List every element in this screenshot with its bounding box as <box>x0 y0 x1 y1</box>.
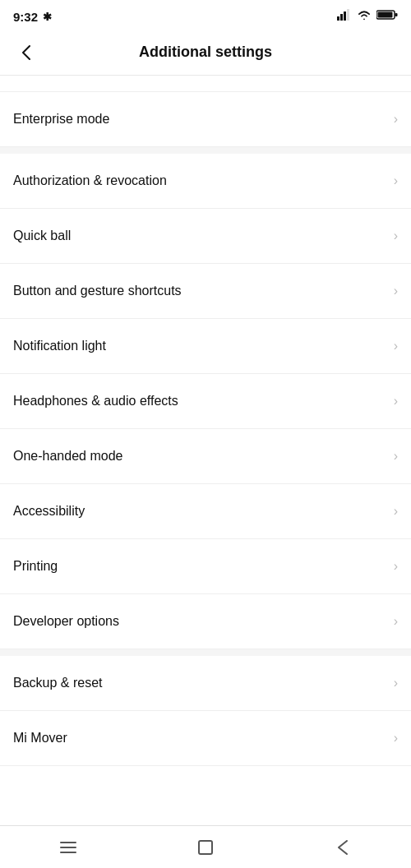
item-label: Enterprise mode <box>13 112 109 127</box>
section-divider <box>0 649 411 656</box>
chevron-right-icon: › <box>394 731 398 746</box>
svg-rect-10 <box>199 841 212 854</box>
list-item[interactable]: Enterprise mode › <box>0 92 411 147</box>
page-title: Additional settings <box>39 44 372 61</box>
page-header: Additional settings <box>0 30 411 76</box>
svg-rect-6 <box>395 13 398 16</box>
list-item[interactable]: Button and gesture shortcuts › <box>0 264 411 319</box>
status-time-area: 9:32 ✱ <box>13 10 52 24</box>
item-label: One-handed mode <box>13 449 122 464</box>
bluetooth-icon: ✱ <box>43 11 52 23</box>
svg-rect-2 <box>344 12 346 21</box>
section-divider <box>0 147 411 154</box>
list-item[interactable]: Developer options › <box>0 594 411 649</box>
list-item[interactable]: Headphones & audio effects › <box>0 374 411 429</box>
battery-icon <box>376 9 398 24</box>
list-item[interactable]: Quick ball › <box>0 209 411 264</box>
item-label: Backup & reset <box>13 676 103 690</box>
item-label: Quick ball <box>13 229 71 243</box>
chevron-right-icon: › <box>394 339 398 353</box>
status-icons <box>337 9 398 24</box>
chevron-right-icon: › <box>394 394 398 409</box>
item-label: Mi Mover <box>13 731 67 746</box>
list-item[interactable]: Authorization & revocation › <box>0 154 411 209</box>
item-label: Button and gesture shortcuts <box>13 284 182 298</box>
list-item[interactable]: Backup & reset › <box>0 656 411 711</box>
item-label: Authorization & revocation <box>13 173 167 188</box>
svg-rect-1 <box>340 14 343 21</box>
item-label: Notification light <box>13 339 106 353</box>
wifi-icon <box>357 9 372 24</box>
svg-rect-3 <box>347 9 349 21</box>
status-time: 9:32 <box>13 10 38 24</box>
back-button[interactable] <box>13 39 39 66</box>
nav-home-button[interactable] <box>173 826 238 869</box>
nav-back-button[interactable] <box>310 826 376 869</box>
chevron-right-icon: › <box>394 559 398 574</box>
item-label: Accessibility <box>13 504 85 519</box>
list-item[interactable]: One-handed mode › <box>0 429 411 484</box>
chevron-right-icon: › <box>394 112 398 127</box>
item-label: Headphones & audio effects <box>13 394 178 409</box>
list-item[interactable]: Mi Mover › <box>0 711 411 766</box>
chevron-right-icon: › <box>394 173 398 188</box>
item-label: Printing <box>13 559 58 574</box>
chevron-right-icon: › <box>394 284 398 298</box>
scroll-hint-area <box>0 76 411 92</box>
svg-rect-5 <box>378 12 393 18</box>
bottom-nav-bar <box>0 825 411 868</box>
chevron-right-icon: › <box>394 449 398 464</box>
chevron-right-icon: › <box>394 676 398 690</box>
status-bar: 9:32 ✱ <box>0 0 411 30</box>
bottom-spacer <box>0 766 411 809</box>
list-item[interactable]: Printing › <box>0 539 411 594</box>
chevron-right-icon: › <box>394 504 398 519</box>
svg-rect-0 <box>337 16 339 21</box>
chevron-right-icon: › <box>394 229 398 243</box>
list-item[interactable]: Accessibility › <box>0 484 411 539</box>
nav-menu-button[interactable] <box>35 826 101 869</box>
list-item[interactable]: Notification light › <box>0 319 411 374</box>
chevron-right-icon: › <box>394 614 398 629</box>
item-label: Developer options <box>13 614 119 629</box>
settings-list: Enterprise mode › Authorization & revoca… <box>0 92 411 766</box>
signal-icon <box>337 9 352 24</box>
